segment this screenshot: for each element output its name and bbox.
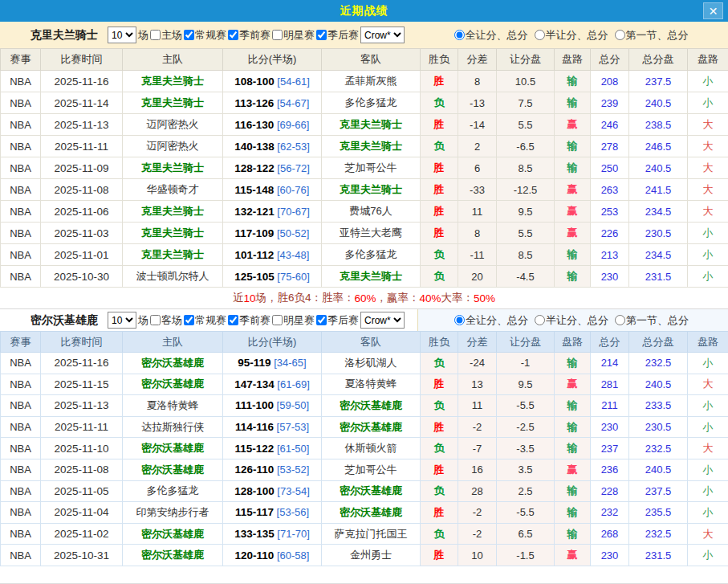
scope-radio-label: 第一节、总分 [626, 314, 689, 326]
cell-result: 负 [421, 395, 458, 417]
filter-checkbox[interactable] [272, 30, 283, 40]
filter-checkbox[interactable] [184, 30, 194, 40]
team1-bookmaker-select[interactable]: Crow* [360, 27, 405, 43]
cell-ou: 小 [688, 353, 728, 374]
halftime-score: [61-50] [274, 443, 309, 455]
filter-checkbox[interactable] [150, 30, 161, 40]
cell-diff: 10 [458, 545, 497, 566]
col-handicap-line: 让分盘 [497, 49, 555, 71]
cell-away-team: 芝加哥公牛 [322, 157, 421, 179]
summary-text: ，赢率： [376, 291, 420, 305]
cell-handicap: -12.5 [497, 179, 555, 201]
final-score: 133-135 [234, 528, 275, 540]
filter-checkbox[interactable] [228, 315, 238, 325]
filter-checkbox[interactable] [272, 315, 283, 325]
cell-handicap-result: 输 [555, 523, 591, 545]
cell-result: 胜 [421, 114, 458, 136]
team1-results-table: 赛事 比赛时间 主队 比分(半场) 客队 胜负 分差 让分盘 盘路 总分 总分盘… [0, 48, 728, 288]
cell-league: NBA [1, 502, 41, 524]
cell-away-team: 多伦多猛龙 [322, 92, 421, 114]
col-total-line: 总分盘 [629, 49, 688, 71]
cell-total-line: 240.5 [629, 92, 688, 114]
filter-checkbox[interactable] [316, 30, 327, 40]
team1-games-count-select[interactable]: 10 [108, 27, 136, 43]
cell-result: 负 [421, 353, 458, 374]
filter-checkbox[interactable] [150, 315, 161, 325]
cell-handicap: 2.5 [497, 480, 555, 502]
team2-games-count-select[interactable]: 10 [108, 312, 136, 329]
cell-result: 负 [421, 92, 458, 114]
cell-handicap: -1 [497, 353, 555, 374]
cell-result: 负 [421, 244, 458, 266]
match-row: NBA2025-11-13夏洛特黄蜂111-100 [59-50]密尔沃基雄鹿负… [1, 395, 728, 417]
cell-date: 2025-11-13 [41, 114, 123, 136]
cell-away-team: 克里夫兰骑士 [322, 114, 421, 136]
cell-league: NBA [1, 438, 41, 459]
cell-total-line: 231.5 [629, 266, 688, 288]
cell-diff: -24 [458, 353, 497, 374]
cell-date: 2025-11-10 [41, 438, 123, 459]
scope-radio[interactable] [535, 315, 545, 325]
filter-checkbox[interactable] [316, 315, 327, 325]
col-handicap-result: 盘路 [555, 332, 591, 353]
cell-home-team: 密尔沃基雄鹿 [123, 523, 223, 545]
cell-handicap: 9.5 [497, 374, 555, 395]
cell-league: NBA [1, 545, 41, 566]
cell-diff: -33 [458, 179, 497, 201]
cell-score: 128-100 [73-54] [223, 480, 322, 502]
cell-diff: 8 [458, 71, 497, 92]
final-score: 116-130 [235, 119, 275, 131]
cell-result: 负 [421, 523, 458, 545]
halftime-score: [62-53] [275, 141, 310, 153]
cell-handicap: 10.5 [497, 71, 555, 92]
cell-ou: 大 [688, 374, 728, 395]
cell-league: NBA [1, 201, 41, 223]
halftime-score: [43-48] [274, 249, 309, 261]
cell-total: 268 [591, 523, 629, 545]
cell-date: 2025-11-14 [41, 92, 123, 114]
match-row: NBA2025-11-02密尔沃基雄鹿133-135 [71-70]萨克拉门托国… [1, 523, 728, 545]
cell-ou: 小 [688, 545, 728, 566]
scope-radio[interactable] [454, 315, 465, 325]
filter-checkbox-label: 季前赛 [239, 29, 270, 41]
cell-handicap-result: 输 [555, 244, 591, 266]
scope-radio[interactable] [615, 315, 625, 325]
col-point-diff: 分差 [458, 332, 497, 353]
match-row: NBA2025-10-30波士顿凯尔特人125-105 [75-60]克里夫兰骑… [1, 266, 728, 288]
cell-handicap-result: 输 [555, 395, 591, 417]
cell-handicap: -1.5 [497, 545, 555, 566]
cell-score: 115-122 [61-50] [223, 438, 322, 459]
cell-total-line: 237.5 [629, 480, 688, 502]
team2-bookmaker-select[interactable]: Crow* [360, 312, 405, 329]
cell-home-team: 迈阿密热火 [123, 114, 223, 136]
col-home-team: 主队 [123, 332, 223, 353]
filter-checkbox[interactable] [184, 315, 194, 325]
close-button[interactable]: ✕ [703, 2, 723, 19]
col-over-under: 盘路 [688, 332, 728, 353]
cell-date: 2025-11-16 [41, 353, 123, 374]
cell-total-line: 241.5 [629, 179, 688, 201]
scope-radio[interactable] [615, 30, 625, 40]
cell-home-team: 密尔沃基雄鹿 [123, 438, 223, 459]
team2-header-row: 赛事 比赛时间 主队 比分(半场) 客队 胜负 分差 让分盘 盘路 总分 总分盘… [1, 332, 728, 353]
cell-home-team: 克里夫兰骑士 [123, 201, 223, 223]
cell-total-line: 234.5 [629, 244, 688, 266]
cell-result: 胜 [421, 502, 458, 524]
filter-checkbox-label: 季后赛 [327, 314, 359, 326]
filter-checkbox[interactable] [228, 30, 238, 40]
cell-ou: 小 [688, 502, 728, 524]
cell-result: 负 [421, 136, 458, 157]
cell-handicap: 8.5 [497, 157, 555, 179]
scope-radio[interactable] [535, 30, 545, 40]
cell-handicap: -4.5 [497, 266, 555, 288]
scope-radio-label: 半让分、总分 [546, 29, 608, 41]
cell-away-team: 洛杉矶湖人 [322, 353, 421, 374]
cell-score: 113-126 [54-67] [223, 92, 322, 114]
scope-radio[interactable] [454, 30, 465, 40]
final-score: 128-100 [234, 485, 275, 497]
cell-home-team: 达拉斯独行侠 [123, 416, 223, 438]
cell-league: NBA [1, 244, 41, 266]
cell-date: 2025-11-11 [41, 416, 123, 438]
col-total-points: 总分 [591, 332, 629, 353]
final-score: 115-122 [235, 443, 275, 455]
